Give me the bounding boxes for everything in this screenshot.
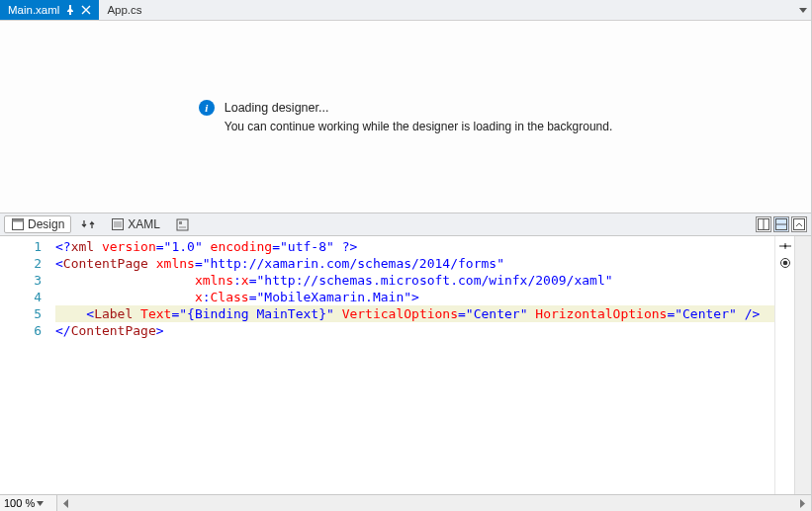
xaml-view-icon — [111, 218, 124, 231]
collapse-pane-button[interactable] — [791, 216, 807, 232]
split-editor-icon[interactable] — [778, 239, 792, 253]
close-icon[interactable] — [81, 5, 91, 15]
svg-point-12 — [782, 261, 787, 266]
editor-bottom-bar: 100 % — [0, 494, 811, 511]
scroll-right-button[interactable] — [794, 495, 811, 511]
tab-overflow-dropdown[interactable] — [795, 0, 811, 20]
pin-icon[interactable] — [65, 5, 75, 15]
zoom-combo[interactable]: 100 % — [0, 495, 57, 511]
xaml-view-button[interactable]: XAML — [105, 216, 166, 232]
vertical-scrollbar[interactable] — [794, 236, 811, 494]
line-number: 3 — [0, 272, 55, 289]
document-outline-icon[interactable] — [176, 218, 189, 231]
svg-rect-1 — [12, 219, 23, 222]
line-number: 4 — [0, 289, 55, 305]
line-number: 6 — [0, 322, 55, 339]
code-line[interactable]: <?xml version="1.0" encoding="utf-8" ?> — [55, 238, 774, 255]
document-tabstrip: Main.xaml App.cs — [0, 0, 811, 21]
split-view-toolbar: Design XAML — [0, 213, 811, 236]
xaml-view-label: XAML — [128, 217, 160, 231]
swap-panes-button[interactable] — [77, 217, 99, 231]
chevron-down-icon — [37, 500, 44, 507]
scroll-track[interactable] — [74, 495, 794, 511]
line-number: 2 — [0, 255, 55, 272]
split-vertical-button[interactable] — [756, 216, 771, 232]
tab-label: Main.xaml — [8, 4, 59, 16]
code-line[interactable]: xmlns:x="http://schemas.microsoft.com/wi… — [55, 272, 774, 289]
line-number: 5 — [0, 305, 55, 322]
svg-point-10 — [783, 245, 786, 248]
code-line[interactable]: x:Class="MobileXamarin.Main"> — [55, 289, 774, 305]
zoom-value: 100 % — [4, 497, 35, 509]
tab-app-cs[interactable]: App.cs — [99, 0, 149, 20]
code-editor: 1 <?xml version="1.0" encoding="utf-8" ?… — [0, 236, 811, 494]
svg-rect-9 — [794, 219, 805, 230]
code-line[interactable]: </ContentPage> — [55, 322, 774, 339]
editor-right-gutter — [774, 236, 794, 494]
info-icon: i — [199, 100, 215, 116]
design-view-button[interactable]: Design — [4, 215, 71, 233]
svg-rect-3 — [177, 219, 188, 230]
horizontal-scrollbar[interactable] — [57, 495, 811, 511]
designer-pane: i Loading designer... You can continue w… — [0, 21, 811, 213]
design-view-icon — [11, 218, 24, 231]
design-view-label: Design — [28, 217, 64, 231]
code-line[interactable]: <Label Text="{Binding MainText}" Vertica… — [55, 305, 774, 322]
designer-loading-subtitle: You can continue working while the desig… — [199, 120, 612, 133]
tab-main-xaml[interactable]: Main.xaml — [0, 0, 99, 20]
line-number: 1 — [0, 238, 55, 255]
svg-rect-4 — [179, 221, 182, 224]
scroll-left-button[interactable] — [57, 495, 74, 511]
code-line[interactable]: <ContentPage xmlns="http://xamarin.com/s… — [55, 255, 774, 272]
track-changes-icon[interactable] — [778, 256, 792, 270]
tab-label: App.cs — [107, 4, 141, 16]
designer-loading-title: Loading designer... — [225, 101, 329, 115]
split-horizontal-button[interactable] — [773, 216, 789, 232]
